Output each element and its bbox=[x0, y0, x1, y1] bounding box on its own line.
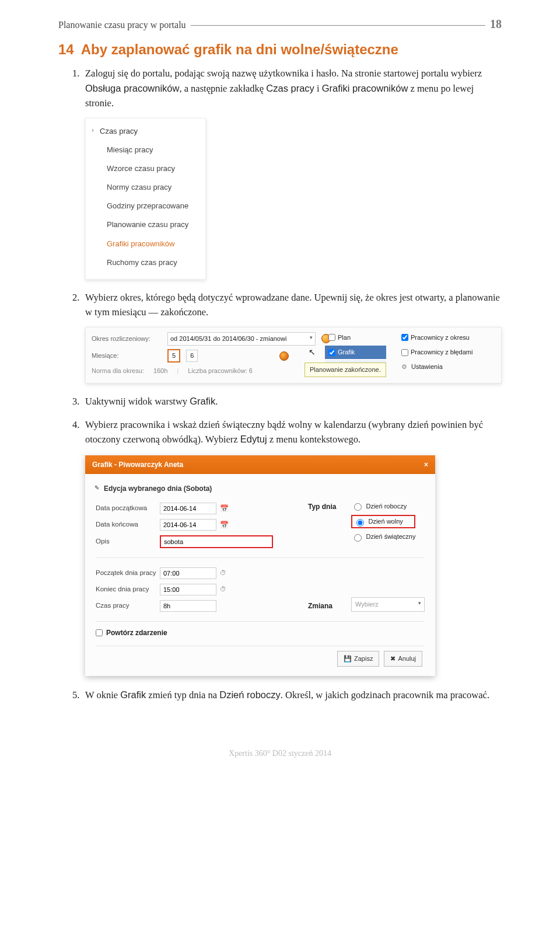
dialog-screenshot: Grafik - Piwowarczyk Aneta × Edycja wybr… bbox=[85, 455, 435, 676]
step-3: Uaktywnij widok warstwy Grafik. bbox=[72, 394, 502, 409]
checkbox-icon[interactable] bbox=[401, 334, 408, 341]
section-title: Aby zaplanować grafik na dni wolne/świąt… bbox=[81, 41, 398, 58]
typ-dnia-label: Typ dnia bbox=[308, 501, 336, 513]
header-rule bbox=[191, 25, 485, 26]
menu-item[interactable]: Miesiąc pracy bbox=[86, 141, 205, 159]
miesiace-label: Miesiące: bbox=[92, 351, 162, 361]
zmiana-label: Zmiana bbox=[308, 601, 332, 612]
dialog-subhead: Edycja wybranego dnia (Sobota) bbox=[96, 481, 425, 500]
norma-label: Norma dla okresu: bbox=[92, 366, 144, 376]
anuluj-button[interactable]: ✖ Anuluj bbox=[384, 651, 422, 667]
pocz-dnia-label: Początek dnia pracy bbox=[96, 568, 160, 578]
pocz-dnia-input[interactable] bbox=[160, 567, 216, 579]
menu-item[interactable]: Planowanie czasu pracy bbox=[86, 215, 205, 234]
page-number: 18 bbox=[490, 18, 502, 31]
section-number: 14 bbox=[58, 41, 74, 58]
zapisz-button[interactable]: 💾 Zapisz bbox=[337, 651, 379, 667]
powtorz-checkbox[interactable]: Powtórz zdarzenie bbox=[96, 624, 425, 640]
menu-screenshot: Czas pracy Miesiąc pracy Wzorce czasu pr… bbox=[85, 118, 206, 280]
radio-icon[interactable] bbox=[354, 503, 362, 511]
data-pocz-label: Data początkowa bbox=[96, 503, 160, 514]
close-icon[interactable]: × bbox=[424, 459, 428, 471]
pracownicy-okres-checkbox[interactable]: Pracownicy z okresu bbox=[398, 331, 491, 344]
menu-head[interactable]: Czas pracy bbox=[86, 123, 205, 141]
save-icon: 💾 bbox=[344, 654, 352, 664]
opis-input[interactable] bbox=[160, 535, 273, 548]
okres-select[interactable]: od 2014/05/31 do 2014/06/30 - zmianowi bbox=[167, 332, 316, 346]
norma-value: 160h bbox=[153, 366, 167, 376]
checkbox-icon[interactable] bbox=[328, 334, 335, 341]
ustawienia-link[interactable]: ⚙ Ustawienia bbox=[398, 360, 491, 374]
plan-checkbox[interactable]: Plan bbox=[325, 331, 386, 344]
checkbox-icon[interactable] bbox=[328, 349, 335, 356]
kon-dnia-label: Koniec dnia pracy bbox=[96, 584, 160, 595]
step-5: W oknie Grafik zmień typ dnia na Dzień r… bbox=[72, 688, 502, 703]
time-icon[interactable]: ⏱ bbox=[220, 568, 226, 578]
checkbox-icon[interactable] bbox=[401, 349, 408, 356]
filter-screenshot: Okres rozliczeniowy: od 2014/05/31 do 20… bbox=[85, 327, 502, 384]
pracownicy-bledy-checkbox[interactable]: Pracownicy z błędami bbox=[398, 346, 491, 359]
kon-dnia-input[interactable] bbox=[160, 584, 216, 595]
gear-icon: ⚙ bbox=[401, 362, 407, 372]
czas-pracy-input[interactable] bbox=[160, 600, 216, 612]
dialog-title: Grafik - Piwowarczyk Aneta bbox=[92, 459, 183, 471]
step-2: Wybierz okres, którego będą dotyczyć wpr… bbox=[72, 290, 502, 384]
menu-item[interactable]: Ruchomy czas pracy bbox=[86, 253, 205, 272]
tooltip: Planowanie zakończone. bbox=[304, 363, 386, 377]
typ-wolny-radio[interactable]: Dzień wolny bbox=[351, 515, 415, 528]
data-pocz-input[interactable] bbox=[160, 503, 216, 514]
typ-roboczy-radio[interactable]: Dzień roboczy bbox=[351, 501, 415, 511]
data-kon-label: Data końcowa bbox=[96, 520, 160, 530]
cursor-icon: ↖ bbox=[309, 346, 316, 359]
grafik-checkbox[interactable]: Grafik bbox=[325, 346, 386, 359]
calendar-icon[interactable]: 📅 bbox=[220, 503, 229, 514]
cancel-icon: ✖ bbox=[390, 654, 396, 664]
month-option[interactable]: 6 bbox=[186, 350, 198, 362]
okres-label: Okres rozliczeniowy: bbox=[92, 334, 162, 344]
menu-item[interactable]: Normy czasu pracy bbox=[86, 178, 205, 197]
month-selected[interactable]: 5 bbox=[167, 349, 180, 363]
page-header-title: Planowanie czasu pracy w portalu bbox=[58, 20, 186, 30]
step-4: Wybierz pracownika i wskaż dzień świątec… bbox=[72, 417, 502, 676]
checkbox-icon[interactable] bbox=[96, 629, 103, 636]
liczba-label: Liczba pracowników: 6 bbox=[188, 366, 253, 376]
menu-item[interactable]: Godziny przepracowane bbox=[86, 197, 205, 215]
czas-pracy-label: Czas pracy bbox=[96, 601, 160, 611]
zmiana-select[interactable]: Wybierz bbox=[351, 597, 425, 612]
data-kon-input[interactable] bbox=[160, 519, 216, 531]
typ-swiateczny-radio[interactable]: Dzień świąteczny bbox=[351, 532, 415, 542]
status-dot-icon bbox=[279, 351, 289, 361]
time-icon[interactable]: ⏱ bbox=[220, 584, 226, 594]
calendar-icon[interactable]: 📅 bbox=[220, 520, 229, 531]
opis-label: Opis bbox=[96, 536, 160, 547]
radio-icon[interactable] bbox=[356, 519, 364, 527]
menu-item[interactable]: Wzorce czasu pracy bbox=[86, 159, 205, 178]
radio-icon[interactable] bbox=[354, 534, 362, 542]
step-1: Zaloguj się do portalu, podając swoją na… bbox=[72, 66, 502, 280]
menu-item-active[interactable]: Grafiki pracowników bbox=[86, 235, 205, 253]
page-footer: Xpertis 360° D02 styczeń 2014 bbox=[58, 749, 502, 758]
